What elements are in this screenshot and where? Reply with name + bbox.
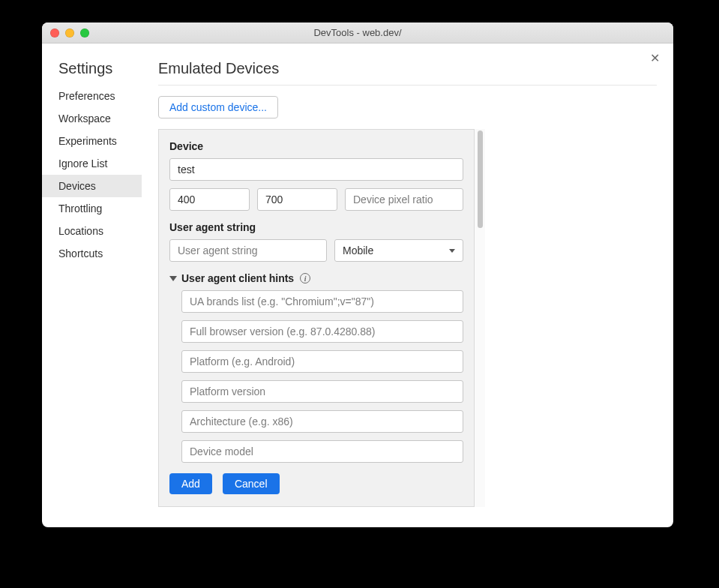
- user-agent-type-value: Mobile: [343, 244, 373, 256]
- ua-device-model-input[interactable]: [181, 440, 463, 463]
- device-editor-container: Device User agent string Mobile: [158, 129, 657, 507]
- page-title: Emulated Devices: [158, 60, 657, 85]
- sidebar-item-preferences[interactable]: Preferences: [42, 85, 142, 107]
- ua-platform-input[interactable]: [181, 350, 463, 373]
- window-title: DevTools - web.dev/: [42, 27, 673, 38]
- device-width-input[interactable]: [169, 188, 250, 211]
- ua-platform-version-input[interactable]: [181, 380, 463, 403]
- user-agent-input[interactable]: [169, 239, 327, 262]
- titlebar: DevTools - web.dev/: [42, 22, 673, 44]
- device-editor-panel: Device User agent string Mobile: [158, 129, 475, 507]
- settings-main: Emulated Devices Add custom device... De…: [142, 44, 673, 527]
- settings-body: ✕ Settings Preferences Workspace Experim…: [42, 44, 673, 527]
- sidebar-item-experiments[interactable]: Experiments: [42, 130, 142, 152]
- user-agent-type-select[interactable]: Mobile: [334, 239, 463, 262]
- sidebar-title: Settings: [42, 60, 142, 85]
- ua-client-hints-expander[interactable]: User agent client hints i: [169, 272, 463, 284]
- divider: [158, 85, 657, 86]
- device-section-label: Device: [169, 140, 463, 152]
- sidebar-item-throttling[interactable]: Throttling: [42, 197, 142, 220]
- ua-full-version-input[interactable]: [181, 320, 463, 343]
- zoom-window-icon[interactable]: [80, 28, 89, 38]
- info-icon[interactable]: i: [300, 273, 310, 284]
- device-height-input[interactable]: [257, 188, 337, 211]
- sidebar-item-shortcuts[interactable]: Shortcuts: [42, 242, 142, 265]
- caret-down-icon: [449, 249, 455, 253]
- ua-brands-input[interactable]: [181, 290, 463, 313]
- sidebar-item-workspace[interactable]: Workspace: [42, 107, 142, 130]
- devtools-window: DevTools - web.dev/ ✕ Settings Preferenc…: [42, 22, 673, 527]
- cancel-button[interactable]: Cancel: [223, 473, 280, 494]
- scrollbar-track[interactable]: [475, 129, 485, 507]
- settings-sidebar: Settings Preferences Workspace Experimen…: [42, 44, 142, 527]
- close-settings-button[interactable]: ✕: [650, 52, 660, 64]
- device-pixel-ratio-input[interactable]: [345, 188, 463, 211]
- traffic-lights: [50, 28, 89, 38]
- add-button[interactable]: Add: [169, 473, 212, 494]
- close-window-icon[interactable]: [50, 28, 59, 38]
- minimize-window-icon[interactable]: [65, 28, 74, 38]
- sidebar-item-ignore-list[interactable]: Ignore List: [42, 152, 142, 175]
- ua-client-hints-group: [169, 290, 463, 470]
- scrollbar-thumb[interactable]: [478, 130, 483, 228]
- disclosure-triangle-icon: [169, 276, 177, 281]
- ua-section-label: User agent string: [169, 221, 463, 233]
- ua-client-hints-label: User agent client hints: [181, 272, 294, 284]
- actions-row: Add Cancel: [169, 473, 463, 494]
- ua-architecture-input[interactable]: [181, 410, 463, 433]
- sidebar-item-devices[interactable]: Devices: [42, 175, 142, 197]
- add-custom-device-button[interactable]: Add custom device...: [158, 96, 278, 118]
- device-name-input[interactable]: [169, 158, 463, 181]
- sidebar-item-locations[interactable]: Locations: [42, 220, 142, 242]
